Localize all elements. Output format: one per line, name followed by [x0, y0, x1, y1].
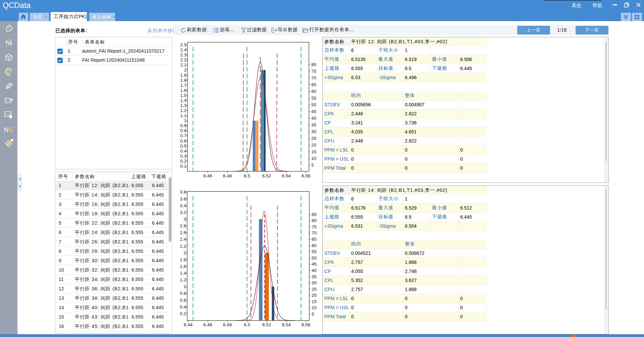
svg-text:2.4: 2.4 [180, 47, 186, 52]
svg-text:45: 45 [312, 262, 317, 267]
svg-text:6.46: 6.46 [203, 322, 212, 327]
svg-text:6.48: 6.48 [223, 173, 232, 178]
svg-text:10: 10 [311, 156, 316, 161]
svg-text:6.48: 6.48 [223, 322, 232, 327]
svg-text:1: 1 [183, 284, 186, 289]
svg-text:75: 75 [312, 224, 317, 229]
svg-text:0.8: 0.8 [180, 128, 186, 133]
svg-text:2.2: 2.2 [180, 244, 186, 249]
svg-text:60: 60 [311, 89, 316, 94]
svg-text:6.54: 6.54 [282, 322, 291, 327]
svg-text:3.8: 3.8 [180, 189, 186, 194]
svg-text:40: 40 [311, 116, 316, 121]
svg-text:5: 5 [311, 163, 314, 168]
svg-text:10: 10 [312, 305, 317, 310]
svg-text:1.3: 1.3 [180, 103, 186, 108]
svg-text:2.1: 2.1 [180, 62, 186, 67]
svg-text:0.2: 0.2 [180, 159, 186, 164]
svg-text:20: 20 [312, 293, 317, 298]
svg-text:55: 55 [312, 249, 317, 254]
svg-text:6.52: 6.52 [262, 322, 271, 327]
svg-text:0.5: 0.5 [180, 144, 186, 149]
svg-text:0.1: 0.1 [180, 164, 186, 169]
svg-text:2.3: 2.3 [180, 52, 186, 57]
svg-text:65: 65 [312, 237, 317, 242]
svg-text:30: 30 [312, 280, 317, 285]
svg-text:5: 5 [312, 312, 314, 317]
svg-text:55: 55 [311, 96, 316, 101]
svg-text:1.8: 1.8 [180, 257, 186, 262]
svg-text:0.7: 0.7 [180, 133, 186, 138]
svg-text:0.2: 0.2 [180, 311, 186, 316]
svg-text:25: 25 [311, 136, 316, 141]
svg-text:0.6: 0.6 [180, 298, 186, 303]
svg-text:3.6: 3.6 [180, 196, 186, 202]
svg-text:6.52: 6.52 [262, 173, 271, 178]
svg-text:6.54: 6.54 [282, 173, 291, 178]
svg-text:0.6: 0.6 [180, 138, 186, 144]
svg-text:2.6: 2.6 [180, 230, 186, 235]
svg-text:25: 25 [312, 287, 317, 292]
svg-text:80: 80 [312, 218, 317, 223]
svg-text:3.4: 3.4 [180, 203, 186, 208]
svg-text:1.2: 1.2 [180, 108, 186, 113]
svg-text:0.9: 0.9 [180, 123, 186, 128]
svg-text:65: 65 [311, 82, 316, 87]
svg-text:6.5: 6.5 [244, 322, 250, 327]
svg-text:70: 70 [312, 230, 317, 235]
svg-text:30: 30 [311, 129, 316, 134]
svg-text:1: 1 [184, 118, 186, 123]
svg-text:20: 20 [311, 143, 316, 148]
svg-text:15: 15 [312, 299, 317, 304]
svg-text:2.4: 2.4 [180, 237, 186, 242]
svg-text:35: 35 [311, 122, 316, 127]
svg-text:1.6: 1.6 [180, 264, 186, 269]
svg-text:0.4: 0.4 [180, 304, 186, 310]
svg-text:6.44: 6.44 [184, 322, 193, 327]
svg-text:6.56: 6.56 [302, 322, 310, 327]
svg-text:80: 80 [311, 62, 316, 67]
svg-text:6.5: 6.5 [244, 173, 250, 178]
svg-text:1.8: 1.8 [180, 78, 186, 83]
svg-text:1.1: 1.1 [180, 113, 186, 118]
svg-text:50: 50 [312, 256, 317, 261]
svg-text:2.8: 2.8 [180, 223, 186, 228]
svg-text:2: 2 [184, 67, 186, 72]
svg-text:60: 60 [312, 243, 317, 248]
svg-text:6.46: 6.46 [203, 173, 212, 178]
svg-text:75: 75 [311, 69, 316, 74]
svg-text:0.4: 0.4 [180, 149, 186, 154]
svg-text:1.4: 1.4 [180, 271, 186, 276]
svg-text:2.5: 2.5 [180, 42, 186, 47]
svg-text:2: 2 [183, 250, 186, 256]
svg-text:3: 3 [183, 217, 186, 222]
svg-text:1.6: 1.6 [180, 88, 186, 93]
svg-text:0.3: 0.3 [180, 154, 186, 159]
svg-text:1.2: 1.2 [180, 277, 186, 282]
svg-text:50: 50 [311, 102, 316, 107]
svg-text:1.4: 1.4 [180, 98, 186, 103]
svg-text:85: 85 [312, 212, 317, 217]
svg-text:45: 45 [311, 109, 316, 114]
svg-text:3.2: 3.2 [180, 210, 186, 215]
svg-text:1.9: 1.9 [180, 73, 186, 78]
svg-text:15: 15 [311, 149, 316, 154]
svg-text:35: 35 [312, 274, 317, 279]
svg-text:1.5: 1.5 [180, 93, 186, 98]
svg-text:0.8: 0.8 [180, 291, 186, 296]
svg-text:1.7: 1.7 [180, 83, 186, 88]
svg-text:40: 40 [312, 268, 317, 273]
svg-text:70: 70 [311, 75, 316, 80]
svg-text:2.2: 2.2 [180, 57, 186, 62]
svg-text:6.56: 6.56 [302, 173, 310, 178]
